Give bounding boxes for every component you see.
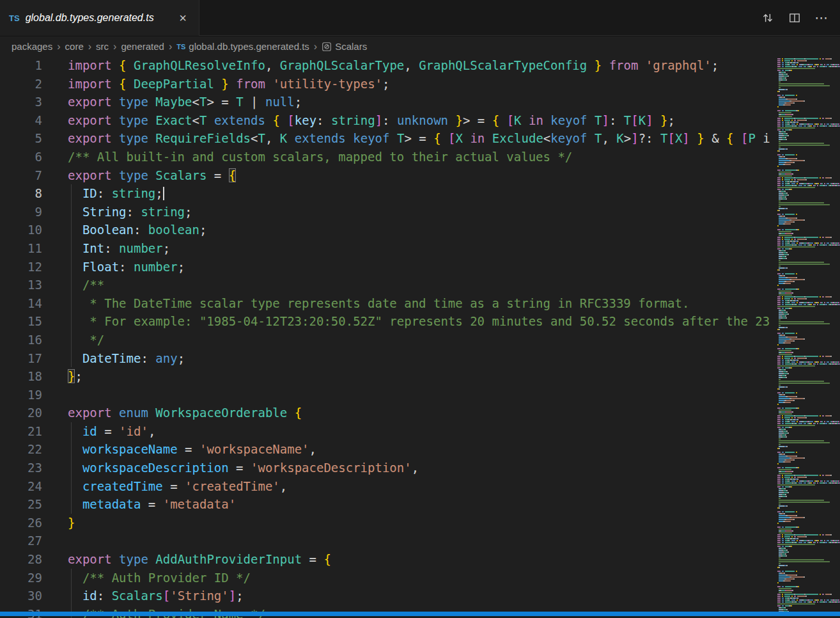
chevron-right-icon: ›: [88, 41, 91, 52]
code-line[interactable]: 17 DateTime: any;: [0, 349, 774, 368]
breadcrumb-symbol-label: Scalars: [335, 41, 367, 52]
code-line[interactable]: 28export type AddAuthProviderInput = {: [0, 550, 774, 569]
code-line[interactable]: 10 Boolean: boolean;: [0, 221, 774, 239]
code-text: workspaceName = 'workspaceName',: [68, 440, 316, 459]
breadcrumb-item-file[interactable]: TS global.db.types.generated.ts: [176, 41, 309, 52]
code-line[interactable]: 23 workspaceDescription = 'workspaceDesc…: [0, 459, 774, 477]
tab-bar: TS global.db.types.generated.ts × ⋯: [0, 0, 840, 36]
indent-guide: [71, 569, 72, 618]
breadcrumb: packages › core › src › generated › TS g…: [0, 36, 840, 56]
line-number: 11: [0, 239, 42, 258]
code-line[interactable]: 26}: [0, 514, 774, 532]
line-number: 20: [0, 404, 42, 422]
code-line[interactable]: 19: [0, 386, 774, 404]
line-number: 13: [0, 276, 42, 294]
editor[interactable]: 1import { GraphQLResolveInfo, GraphQLSca…: [0, 56, 774, 618]
line-number: 4: [0, 111, 42, 130]
code-line[interactable]: 27: [0, 532, 774, 550]
code-line[interactable]: 1import { GraphQLResolveInfo, GraphQLSca…: [0, 56, 774, 75]
code-line[interactable]: 22 workspaceName = 'workspaceName',: [0, 440, 774, 459]
typescript-file-icon: TS: [9, 13, 20, 23]
code-line[interactable]: 4export type Exact<T extends { [key: str…: [0, 111, 774, 130]
line-number: 30: [0, 587, 42, 605]
code-line[interactable]: 25 metadata = 'metadata': [0, 495, 774, 514]
code-line[interactable]: 7export type Scalars = {: [0, 166, 774, 185]
code-line[interactable]: 3export type Maybe<T> = T | null;: [0, 93, 774, 111]
line-number: 3: [0, 93, 42, 111]
code-line[interactable]: 8 ID: string;: [0, 184, 774, 203]
breadcrumb-item-packages[interactable]: packages: [12, 41, 52, 52]
code-text: Float: number;: [68, 258, 185, 276]
code-text: */: [68, 331, 104, 349]
code-text: * For example: "1985-04-12T23:20:50.52Z"…: [68, 312, 770, 331]
text-cursor: [163, 187, 164, 200]
code-text: String: string;: [68, 203, 192, 221]
code-text: export type Scalars = {: [68, 166, 236, 185]
code-line[interactable]: 13 /**: [0, 276, 774, 294]
line-number: 21: [0, 422, 42, 441]
symbol-type-icon: [322, 42, 332, 52]
line-number: 23: [0, 459, 42, 477]
code-text: metadata = 'metadata': [68, 495, 236, 514]
line-number: 10: [0, 221, 42, 239]
code-line[interactable]: 21 id = 'id',: [0, 422, 774, 441]
line-number: 29: [0, 569, 42, 587]
breadcrumb-item-core[interactable]: core: [65, 41, 84, 52]
line-number: 9: [0, 203, 42, 221]
line-number: 14: [0, 294, 42, 313]
open-changes-icon[interactable]: [758, 8, 777, 28]
chevron-right-icon: ›: [57, 41, 60, 52]
code-text: Int: number;: [68, 239, 170, 258]
breadcrumb-item-scalars[interactable]: Scalars: [322, 41, 367, 52]
line-number: 6: [0, 148, 42, 166]
line-number: 24: [0, 477, 42, 496]
code-text: id = 'id',: [68, 422, 155, 441]
code-line[interactable]: 30 id: Scalars['String'];: [0, 587, 774, 605]
status-bar: [0, 612, 840, 616]
more-actions-icon[interactable]: ⋯: [812, 8, 831, 28]
code-line[interactable]: 15 * For example: "1985-04-12T23:20:50.5…: [0, 312, 774, 331]
code-lines: 1import { GraphQLResolveInfo, GraphQLSca…: [0, 56, 774, 618]
code-line[interactable]: 14 * The DateTime scalar type represents…: [0, 294, 774, 313]
code-text: id: Scalars['String'];: [68, 587, 244, 605]
code-line[interactable]: 12 Float: number;: [0, 258, 774, 276]
code-line[interactable]: 6/** All built-in and custom scalars, ma…: [0, 148, 774, 166]
code-text: DateTime: any;: [68, 349, 185, 368]
code-text: import { DeepPartial } from 'utility-typ…: [68, 75, 389, 93]
line-number: 19: [0, 386, 42, 404]
line-number: 26: [0, 514, 42, 532]
code-text: Boolean: boolean;: [68, 221, 206, 239]
code-line[interactable]: 16 */: [0, 331, 774, 349]
code-line[interactable]: 5export type RequireFields<T, K extends …: [0, 129, 774, 148]
code-text: * The DateTime scalar type represents da…: [68, 294, 689, 313]
chevron-right-icon: ›: [113, 41, 116, 52]
code-line[interactable]: 20export enum WorkspaceOrderable {: [0, 404, 774, 422]
line-number: 7: [0, 166, 42, 185]
line-number: 28: [0, 550, 42, 569]
code-line[interactable]: 2import { DeepPartial } from 'utility-ty…: [0, 75, 774, 93]
code-line[interactable]: 11 Int: number;: [0, 239, 774, 258]
chevron-right-icon: ›: [314, 41, 317, 52]
line-number: 17: [0, 349, 42, 368]
split-editor-icon[interactable]: [785, 8, 804, 28]
code-text: /** Auth Provider ID */: [68, 569, 251, 587]
code-line[interactable]: 29 /** Auth Provider ID */: [0, 569, 774, 587]
code-text: export type Maybe<T> = T | null;: [68, 93, 302, 111]
code-text: export type RequireFields<T, K extends k…: [68, 129, 770, 148]
line-number: 1: [0, 56, 42, 75]
breadcrumb-item-src[interactable]: src: [96, 41, 109, 52]
close-tab-icon[interactable]: ×: [176, 10, 190, 26]
minimap-content: [777, 58, 836, 617]
minimap[interactable]: [774, 56, 840, 618]
code-text: import { GraphQLResolveInfo, GraphQLScal…: [68, 56, 719, 75]
code-text: export type Exact<T extends { [key: stri…: [68, 111, 675, 130]
code-line[interactable]: 9 String: string;: [0, 203, 774, 221]
breadcrumb-item-generated[interactable]: generated: [121, 41, 164, 52]
line-number: 27: [0, 532, 42, 550]
line-number: 18: [0, 367, 42, 386]
code-text: createdTime = 'createdTime',: [68, 477, 287, 496]
code-line[interactable]: 24 createdTime = 'createdTime',: [0, 477, 774, 496]
code-line[interactable]: 18};: [0, 367, 774, 386]
indent-guide: [71, 422, 72, 514]
tab-global-db-types-generated[interactable]: TS global.db.types.generated.ts ×: [0, 0, 199, 36]
